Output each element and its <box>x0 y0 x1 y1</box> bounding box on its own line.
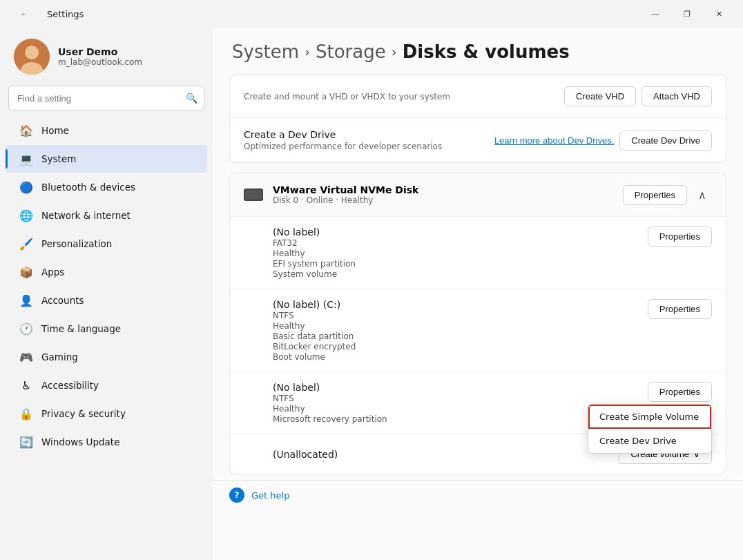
system-icon: 💻 <box>19 152 33 166</box>
sidebar-item-update[interactable]: 🔄 Windows Update <box>6 428 207 456</box>
sidebar-item-label-time: Time & language <box>41 323 121 334</box>
close-button[interactable]: ✕ <box>703 3 735 25</box>
breadcrumb-system[interactable]: System <box>232 41 299 62</box>
breadcrumb-sep-2: › <box>392 44 397 60</box>
volume-2-info: (No label) (C:) NTFS Healthy Basic data … <box>273 299 356 362</box>
volume-1-detail-0: FAT32 <box>273 238 356 248</box>
sidebar-item-gaming[interactable]: 🎮 Gaming <box>6 343 207 371</box>
update-icon: 🔄 <box>19 435 33 449</box>
sidebar-item-bluetooth[interactable]: 🔵 Bluetooth & devices <box>6 173 207 201</box>
accounts-icon: 👤 <box>19 293 33 307</box>
volume-3-detail-2: Microsoft recovery partition <box>273 414 387 424</box>
vhd-info: Create and mount a VHD or VHDX to your s… <box>244 92 450 102</box>
network-icon: 🌐 <box>19 209 33 222</box>
create-vhd-button[interactable]: Create VHD <box>564 86 636 106</box>
titlebar-left: ← Settings <box>8 3 84 25</box>
apps-icon: 📦 <box>19 265 33 279</box>
time-icon: 🕐 <box>19 322 33 336</box>
get-help-link[interactable]: Get help <box>251 490 289 501</box>
volume-3-properties-button[interactable]: Properties <box>648 382 712 402</box>
disk-collapse-button[interactable]: ∧ <box>693 186 712 204</box>
user-info: User Demo m_lab@outlook.com <box>58 46 142 67</box>
gaming-icon: 🎮 <box>19 350 33 364</box>
dev-drive-actions: Learn more about Dev Drives. Create Dev … <box>494 131 712 151</box>
volume-3-actions: Properties Create Simple Volume Create D… <box>648 382 712 402</box>
volume-3-label: (No label) <box>273 382 387 393</box>
nav-list: 🏠 Home 💻 System 🔵 Bluetooth & devices 🌐 … <box>0 116 213 456</box>
avatar <box>14 39 50 75</box>
sidebar-item-time[interactable]: 🕐 Time & language <box>6 315 207 342</box>
disk-properties-button[interactable]: Properties <box>623 185 687 205</box>
minimize-button[interactable]: — <box>639 3 671 25</box>
volume-row-1: (No label) FAT32 Healthy EFI system part… <box>230 217 726 289</box>
attach-vhd-button[interactable]: Attach VHD <box>641 86 712 106</box>
volume-3-info: (No label) NTFS Healthy Microsoft recove… <box>273 382 387 424</box>
sidebar-item-label-gaming: Gaming <box>41 351 78 363</box>
create-dev-drive-item[interactable]: Create Dev Drive <box>588 429 711 453</box>
disk-num: Disk 0 · Online · Healthy <box>273 195 418 205</box>
sidebar-item-label-accounts: Accounts <box>41 295 84 306</box>
search-input[interactable] <box>8 86 204 110</box>
vhd-actions: Create VHD Attach VHD <box>564 86 712 106</box>
volume-1-label: (No label) <box>273 226 356 238</box>
vhd-panel: Create and mount a VHD or VHDX to your s… <box>229 75 726 163</box>
create-dev-drive-button[interactable]: Create Dev Drive <box>619 131 712 151</box>
sidebar-item-label-system: System <box>41 153 76 164</box>
disk-header: VMware Virtual NVMe Disk Disk 0 · Online… <box>230 173 726 217</box>
home-icon: 🏠 <box>19 124 33 137</box>
back-button[interactable]: ← <box>8 3 40 25</box>
titlebar: ← Settings — ❐ ✕ <box>0 0 743 28</box>
dev-drive-desc: Optimized performance for developer scen… <box>244 142 442 151</box>
user-name: User Demo <box>58 46 142 57</box>
sidebar-item-accessibility[interactable]: ♿ Accessibility <box>6 371 207 399</box>
learn-more-link[interactable]: Learn more about Dev Drives. <box>494 135 614 146</box>
volume-1-properties-button[interactable]: Properties <box>648 226 712 247</box>
volume-2-detail-3: BitLocker encrypted <box>273 342 356 351</box>
sidebar-item-accounts[interactable]: 👤 Accounts <box>6 287 207 314</box>
sidebar-item-personalization[interactable]: 🖌️ Personalization <box>6 230 207 258</box>
vhd-row: Create and mount a VHD or VHDX to your s… <box>230 75 726 118</box>
content-area: System › Storage › Disks & volumes Creat… <box>213 28 743 560</box>
app-body: User Demo m_lab@outlook.com 🔍 🏠 Home 💻 S… <box>0 28 743 560</box>
volume-1-info: (No label) FAT32 Healthy EFI system part… <box>273 226 356 279</box>
search-icon: 🔍 <box>186 93 197 104</box>
volume-3-dropdown: Create Simple Volume Create Dev Drive <box>588 404 712 454</box>
sidebar: User Demo m_lab@outlook.com 🔍 🏠 Home 💻 S… <box>0 28 213 560</box>
user-email: m_lab@outlook.com <box>58 57 142 67</box>
volume-1-detail-3: System volume <box>273 269 356 279</box>
sidebar-item-label-apps: Apps <box>41 267 64 278</box>
sidebar-item-label-accessibility: Accessibility <box>41 380 99 391</box>
search-box: 🔍 <box>8 86 204 110</box>
volume-3-detail-0: NTFS <box>273 394 387 403</box>
sidebar-item-home[interactable]: 🏠 Home <box>6 117 207 144</box>
breadcrumb-storage[interactable]: Storage <box>316 41 386 62</box>
dev-drive-title: Create a Dev Drive <box>244 129 442 140</box>
sidebar-item-apps[interactable]: 📦 Apps <box>6 258 207 286</box>
sidebar-item-privacy[interactable]: 🔒 Privacy & security <box>6 400 207 427</box>
sidebar-item-system[interactable]: 💻 System <box>6 145 207 173</box>
volume-2-label: (No label) (C:) <box>273 299 356 310</box>
breadcrumb-sep-1: › <box>305 44 310 60</box>
volume-2-detail-2: Basic data partition <box>273 331 356 341</box>
disk-section: VMware Virtual NVMe Disk Disk 0 · Online… <box>229 173 726 474</box>
volume-3-detail-1: Healthy <box>273 404 387 414</box>
user-section: User Demo m_lab@outlook.com <box>0 28 213 86</box>
accessibility-icon: ♿ <box>19 378 33 392</box>
volume-1-detail-1: Healthy <box>273 249 356 258</box>
bottom-bar: ? Get help <box>213 480 743 510</box>
create-simple-volume-item[interactable]: Create Simple Volume <box>588 405 711 429</box>
volume-row-2: (No label) (C:) NTFS Healthy Basic data … <box>230 289 726 372</box>
disk-name: VMware Virtual NVMe Disk <box>273 184 418 195</box>
unallocated-label: (Unallocated) <box>273 449 338 460</box>
dev-drive-row: Create a Dev Drive Optimized performance… <box>230 118 726 162</box>
breadcrumb: System › Storage › Disks & volumes <box>213 28 743 70</box>
vhd-desc: Create and mount a VHD or VHDX to your s… <box>244 92 450 102</box>
volume-2-properties-button[interactable]: Properties <box>648 299 712 319</box>
sidebar-item-label-bluetooth: Bluetooth & devices <box>41 182 135 193</box>
maximize-button[interactable]: ❐ <box>671 3 703 25</box>
volume-1-detail-2: EFI system partition <box>273 259 356 269</box>
sidebar-item-network[interactable]: 🌐 Network & internet <box>6 202 207 229</box>
sidebar-item-label-personalization: Personalization <box>41 238 112 249</box>
disk-header-left: VMware Virtual NVMe Disk Disk 0 · Online… <box>244 184 418 205</box>
privacy-icon: 🔒 <box>19 407 33 421</box>
